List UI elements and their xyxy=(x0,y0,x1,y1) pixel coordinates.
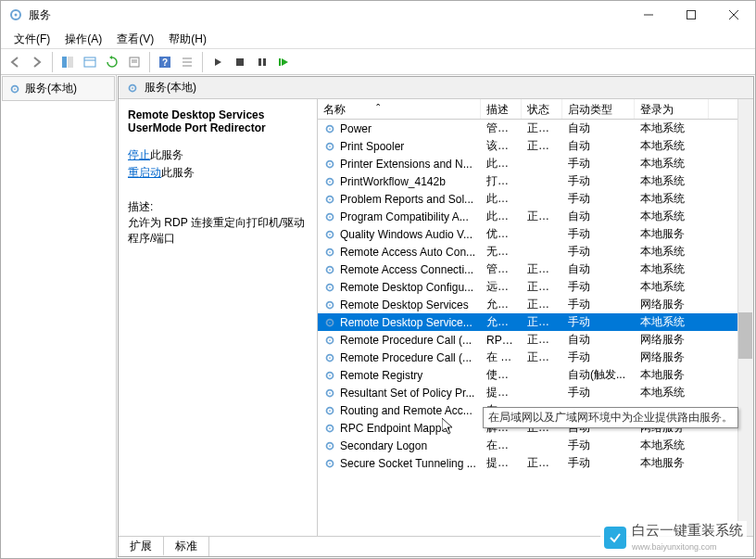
cell-startup: 自动 xyxy=(562,138,635,154)
stop-service-button[interactable] xyxy=(230,52,250,72)
tab-standard[interactable]: 标准 xyxy=(164,537,209,556)
cell-desc: 打印... xyxy=(481,173,522,189)
cell-logon: 网络服务 xyxy=(635,332,709,348)
svg-point-45 xyxy=(329,286,331,288)
service-row[interactable]: Remote Desktop Service...允许...正在...手动本地系… xyxy=(318,313,753,331)
service-row[interactable]: Remote Procedure Call (...RPC...正在...自动网… xyxy=(318,331,753,349)
cell-logon: 本地系统 xyxy=(635,191,709,207)
toolbar: ? xyxy=(1,49,755,75)
show-hide-tree-button[interactable] xyxy=(57,52,78,72)
cell-desc: 使远... xyxy=(481,367,522,383)
minimize-button[interactable] xyxy=(627,1,670,29)
refresh-button[interactable] xyxy=(102,52,122,72)
col-name[interactable]: 名称 ˆ xyxy=(318,99,481,119)
svg-point-39 xyxy=(329,234,331,235)
svg-point-43 xyxy=(329,269,331,271)
cell-desc: 允许... xyxy=(481,314,522,330)
cell-startup: 手动 xyxy=(562,297,635,312)
services-window: 服务 文件(F) 操作(A) 查看(V) 帮助(H) ? xyxy=(0,0,756,559)
tab-extended[interactable]: 扩展 xyxy=(119,537,164,556)
menu-help[interactable]: 帮助(H) xyxy=(161,29,214,48)
watermark-url: www.baiyunxitong.com xyxy=(632,542,717,552)
col-status[interactable]: 状态 xyxy=(522,99,562,119)
menu-action[interactable]: 操作(A) xyxy=(57,29,109,48)
cell-desc: 远程... xyxy=(481,279,522,295)
cell-logon: 本地系统 xyxy=(635,156,709,172)
service-row[interactable]: Power管理...正在...自动本地系统 xyxy=(318,120,753,137)
menu-view[interactable]: 查看(V) xyxy=(109,29,161,48)
pause-service-button[interactable] xyxy=(252,52,272,72)
cell-name: Routing and Remote Acc... xyxy=(318,404,481,417)
tree-pane: 服务(本地) xyxy=(1,75,117,558)
cell-startup: 自动 xyxy=(562,332,635,348)
restart-service-button[interactable] xyxy=(274,52,295,72)
service-row[interactable]: Resultant Set of Policy Pr...提供...手动本地系统 xyxy=(318,384,753,401)
titlebar[interactable]: 服务 xyxy=(1,1,755,29)
cell-name: Program Compatibility A... xyxy=(318,210,481,223)
properties-button[interactable] xyxy=(124,52,145,72)
service-row[interactable]: Remote Access Auto Con...无论...手动本地系统 xyxy=(318,243,753,260)
col-description[interactable]: 描述 xyxy=(481,99,522,119)
export-button[interactable] xyxy=(80,52,100,72)
service-row[interactable]: Quality Windows Audio V...优质...手动本地服务 xyxy=(318,225,753,243)
col-startup[interactable]: 启动类型 xyxy=(562,99,635,119)
svg-point-65 xyxy=(329,463,331,464)
cell-name: Problem Reports and Sol... xyxy=(318,193,481,206)
cell-status: 正在... xyxy=(522,261,562,277)
menu-file[interactable]: 文件(F) xyxy=(6,29,57,48)
cell-logon: 本地系统 xyxy=(635,385,709,400)
cell-startup: 手动 xyxy=(562,226,635,242)
cell-desc: 该服... xyxy=(481,138,522,154)
cell-startup: 手动 xyxy=(562,438,635,453)
service-row[interactable]: PrintWorkflow_4142b打印...手动本地系统 xyxy=(318,172,753,190)
col-logon[interactable]: 登录为 xyxy=(635,99,709,119)
tree-item-services-local[interactable]: 服务(本地) xyxy=(2,76,115,101)
cell-logon: 网络服务 xyxy=(635,297,709,312)
cell-status: 正在... xyxy=(522,138,562,154)
service-row[interactable]: Remote Desktop Services允许...正在...手动网络服务 xyxy=(318,296,753,313)
description-label: 描述: xyxy=(128,199,308,215)
cell-name: Remote Registry xyxy=(318,369,481,382)
cell-logon: 本地系统 xyxy=(635,279,709,295)
service-row[interactable]: Secondary Logon在不...手动本地系统 xyxy=(318,437,753,454)
cell-desc: 提供... xyxy=(481,455,522,471)
service-row[interactable]: Program Compatibility A...此服...正在...自动本地… xyxy=(318,208,753,225)
start-service-button[interactable] xyxy=(208,52,228,72)
service-row[interactable]: Printer Extensions and N...此服...手动本地系统 xyxy=(318,155,753,172)
cell-name: Remote Desktop Services xyxy=(318,299,481,311)
cell-status: 正在... xyxy=(522,332,562,348)
maximize-button[interactable] xyxy=(670,1,712,29)
cell-startup: 手动 xyxy=(562,314,635,330)
svg-point-25 xyxy=(132,87,133,89)
scroll-thumb[interactable] xyxy=(738,312,752,359)
cell-name: Remote Procedure Call (... xyxy=(318,334,481,347)
cell-desc: RPC... xyxy=(481,334,522,347)
svg-rect-7 xyxy=(68,57,73,68)
service-row[interactable]: Secure Socket Tunneling ...提供...正在...手动本… xyxy=(318,454,753,472)
cell-name: Resultant Set of Policy Pr... xyxy=(318,387,481,400)
list-button[interactable] xyxy=(177,52,197,72)
cell-status: 正在... xyxy=(522,455,562,471)
cell-logon: 本地系统 xyxy=(635,261,709,277)
service-row[interactable]: Remote Registry使远...自动(触发...本地服务 xyxy=(318,366,753,384)
cell-name: Remote Desktop Configu... xyxy=(318,281,481,294)
cell-name: Remote Procedure Call (... xyxy=(318,351,481,364)
stop-link[interactable]: 停止 xyxy=(128,148,150,161)
cell-name: Secure Socket Tunneling ... xyxy=(318,457,481,470)
svg-point-51 xyxy=(329,339,331,341)
svg-rect-3 xyxy=(687,11,696,19)
cell-desc: 提供... xyxy=(481,385,522,400)
vertical-scrollbar[interactable] xyxy=(737,99,753,536)
back-button[interactable] xyxy=(5,52,25,72)
service-row[interactable]: Remote Access Connecti...管理...正在...自动本地系… xyxy=(318,260,753,278)
help-button[interactable]: ? xyxy=(155,52,175,72)
cell-logon: 网络服务 xyxy=(635,349,709,365)
close-button[interactable] xyxy=(712,1,755,29)
cell-name: Remote Access Auto Con... xyxy=(318,246,481,259)
service-row[interactable]: Problem Reports and Sol...此服...手动本地系统 xyxy=(318,190,753,208)
service-row[interactable]: Remote Desktop Configu...远程...正在...手动本地系… xyxy=(318,278,753,296)
service-row[interactable]: Print Spooler该服...正在...自动本地系统 xyxy=(318,137,753,155)
restart-link[interactable]: 重启动 xyxy=(128,166,161,179)
service-row[interactable]: Remote Procedure Call (...在 W...正在...手动网… xyxy=(318,349,753,366)
forward-button[interactable] xyxy=(27,52,47,72)
